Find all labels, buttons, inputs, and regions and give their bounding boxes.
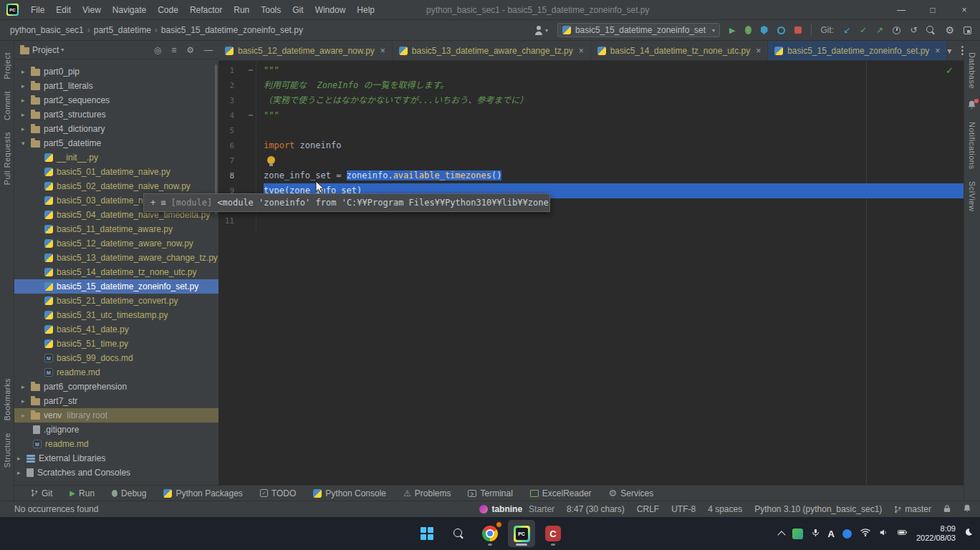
close-tab-icon[interactable]: × (579, 46, 584, 56)
tree-item-folder[interactable]: ▸part4_dictionary (14, 122, 218, 136)
chevron-right-icon[interactable]: ▸ (17, 455, 27, 462)
tree-item-folder[interactable]: ▸part1_literals (14, 79, 218, 93)
tree-item-file-selected[interactable]: basic5_15_datetime_zoneinfo_set.py (14, 279, 218, 294)
inspection-ok-icon[interactable]: ✓ (946, 65, 953, 76)
tree-item-folder[interactable]: ▸part2_sequences (14, 93, 218, 107)
tree-item-folder[interactable]: ▸part6_comprehension (14, 380, 218, 394)
taskbar-search-button[interactable] (445, 520, 472, 547)
chevron-right-icon[interactable]: ▸ (21, 412, 31, 419)
history-icon[interactable] (893, 26, 900, 34)
toolwindow-todo-button[interactable]: TODO (260, 488, 296, 498)
tree-item-folder[interactable]: ▸part7_str (14, 394, 218, 408)
start-button[interactable] (413, 520, 441, 547)
tree-item-folder[interactable]: ▸part0_pip (14, 64, 218, 79)
profiler-button[interactable] (777, 26, 785, 34)
editor-tab[interactable]: basic5_14_datetime_tz_none_utc.py× (591, 41, 769, 60)
menu-edit[interactable]: Edit (50, 0, 77, 20)
stop-button[interactable] (794, 26, 802, 34)
tree-item-file[interactable]: basic5_14_datetime_tz_none_utc.py (14, 265, 218, 279)
menu-view[interactable]: View (77, 0, 107, 20)
close-button[interactable]: × (948, 0, 980, 19)
toolwindow-project-button[interactable]: Project (3, 52, 11, 79)
tray-blue-circle-icon[interactable] (842, 529, 852, 539)
toolwindow-problems-button[interactable]: ⚠Problems (403, 488, 451, 498)
breadcrumb-file[interactable]: basic5_15_datetime_zoneinfo_set.py (160, 25, 304, 35)
tree-item-file[interactable]: basic5_31_utc_timestamp.py (14, 308, 218, 322)
toolwindow-run-button[interactable]: ▶Run (69, 488, 95, 498)
locate-file-icon[interactable]: ◎ (154, 45, 161, 55)
chevron-right-icon[interactable]: ▸ (21, 111, 31, 118)
line-separator-widget[interactable]: CRLF (637, 504, 659, 514)
close-tab-icon[interactable]: × (935, 46, 940, 56)
chevron-right-icon[interactable]: ▸ (21, 82, 31, 90)
toolwindow-python-packages-button[interactable]: Python Packages (163, 488, 242, 498)
indent-widget[interactable]: 4 spaces (708, 504, 742, 514)
git-update-button[interactable]: ↙ (843, 26, 850, 34)
git-commit-button[interactable]: ✓ (860, 26, 867, 34)
toolwindow-bookmarks-button[interactable]: Bookmarks (3, 378, 11, 421)
menu-file[interactable]: File (25, 0, 50, 20)
menu-run[interactable]: Run (228, 0, 255, 20)
fold-marker-icon[interactable] (249, 69, 253, 71)
tree-item-file[interactable]: basic5_21_datetime_convert.py (14, 294, 218, 308)
toolwindow-structure-button[interactable]: Structure (3, 433, 11, 468)
toolwindow-debug-button[interactable]: Debug (112, 488, 146, 498)
tray-app-icon[interactable] (792, 529, 803, 539)
tree-item-file[interactable]: basic5_13_datetime_aware_change_tz.py (14, 251, 218, 265)
readonly-lock-icon[interactable] (943, 504, 951, 515)
project-panel-title[interactable]: Project (32, 45, 59, 55)
tree-item-file[interactable]: basic5_01_datetime_naive.py (14, 165, 218, 179)
fold-marker-icon[interactable] (249, 115, 253, 116)
toolwindow-terminal-button[interactable]: Terminal (468, 488, 512, 498)
taskbar-clock[interactable]: 8:092022/08/03 (916, 524, 956, 543)
panel-settings-gear-icon[interactable]: ⚙ (186, 45, 194, 55)
toolwindow-notifications-button[interactable]: Notifications (968, 122, 976, 169)
menu-navigate[interactable]: Navigate (107, 0, 152, 20)
speaker-icon[interactable] (879, 528, 889, 539)
chevron-right-icon[interactable]: ▸ (21, 383, 31, 390)
taskbar-chrome-button[interactable] (476, 520, 504, 547)
tabnine-widget[interactable]: tabnineStarter (479, 504, 554, 514)
toolwindow-pull-requests-button[interactable]: Pull Requests (3, 132, 11, 185)
taskbar-pycharm-button[interactable] (508, 520, 535, 547)
ime-indicator[interactable]: A (828, 529, 835, 539)
toolwindow-sciview-button[interactable]: SciView (968, 181, 976, 211)
close-tab-icon[interactable]: × (380, 46, 385, 56)
toolwindow-python-console-button[interactable]: Python Console (313, 488, 386, 498)
menu-git[interactable]: Git (287, 0, 309, 20)
code-editor[interactable]: 1 2 3 4 5 6 7 8 9 10 11 """ 利用可能な ZoneIn… (218, 61, 964, 485)
toolwindow-services-button[interactable]: ⚙Services (609, 488, 654, 498)
tree-item-file[interactable]: basic5_12_datetime_aware_now.py (14, 236, 218, 251)
focus-assist-moon-icon[interactable] (964, 528, 973, 539)
tree-item-file[interactable]: basic5_51_time.py (14, 337, 218, 351)
toolwindow-git-button[interactable]: Git (31, 488, 52, 498)
taskbar-app-c-button[interactable] (539, 520, 567, 547)
menu-refactor[interactable]: Refactor (184, 0, 228, 20)
coverage-button[interactable] (761, 26, 768, 34)
tooltip-menu-icon[interactable]: ≡ (160, 198, 165, 208)
encoding-widget[interactable]: UTF-8 (671, 504, 696, 514)
editor-tab[interactable]: basic5_12_datetime_aware_now.py× (218, 41, 393, 60)
editor-tab[interactable]: basic5_13_datetime_aware_change_tz.py× (393, 41, 591, 60)
chevron-right-icon[interactable]: ▸ (21, 125, 31, 132)
tree-item-file[interactable]: basic5_41_date.py (14, 322, 218, 337)
notifications-bell-icon[interactable] (967, 100, 977, 110)
run-button[interactable]: ▶ (729, 26, 735, 34)
intention-bulb-icon[interactable] (267, 156, 275, 164)
tree-item-file[interactable]: readme.md (14, 437, 218, 451)
chevron-right-icon[interactable]: ▸ (21, 97, 31, 104)
chevron-right-icon[interactable]: ▸ (17, 469, 27, 476)
tree-item-folder[interactable]: ▸part3_structures (14, 107, 218, 122)
tray-overflow-chevron-icon[interactable] (777, 531, 785, 539)
event-log-bell-icon[interactable] (963, 504, 971, 515)
chevron-right-icon[interactable]: ▸ (21, 397, 31, 405)
tree-item-file[interactable]: basic5_02_datetime_naive_now.py (14, 179, 218, 193)
tree-item-venv[interactable]: ▸venvlibrary root (14, 408, 218, 423)
battery-icon[interactable] (897, 528, 908, 539)
run-config-select[interactable]: basic5_15_datetime_zoneinfo_set ▾ (557, 23, 720, 37)
menu-tools[interactable]: Tools (255, 0, 287, 20)
maximize-button[interactable]: □ (917, 0, 948, 19)
chevron-right-icon[interactable]: ▸ (21, 68, 31, 75)
microphone-icon[interactable] (811, 528, 820, 539)
tree-item-scratches[interactable]: ▸Scratches and Consoles (14, 465, 218, 480)
